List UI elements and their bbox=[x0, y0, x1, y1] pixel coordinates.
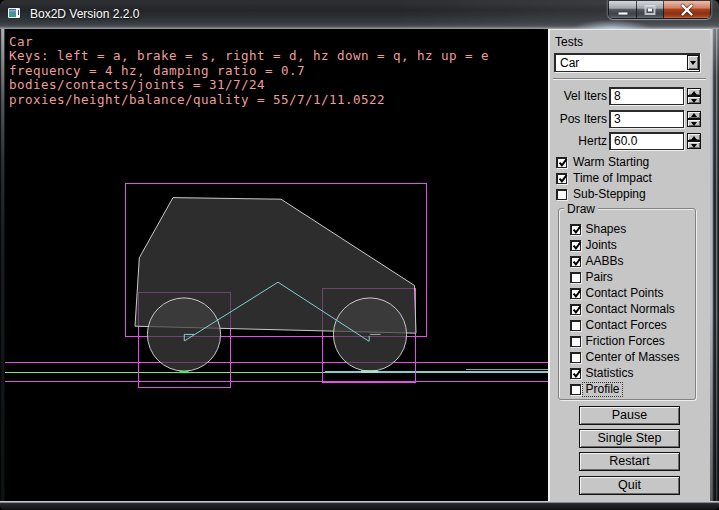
checkbox-label: Time of Impact bbox=[573, 172, 652, 185]
canvas-info-line: Keys: left = a, brake = s, right = d, hz… bbox=[9, 49, 489, 64]
spinner-down-button[interactable] bbox=[687, 96, 701, 104]
app-icon-body bbox=[9, 10, 16, 17]
triangle-up-icon bbox=[691, 91, 697, 95]
glui-panel: Tests Car Vel Iters8Pos Iters3Hertz60.0 … bbox=[548, 29, 710, 501]
chevron-down-icon bbox=[690, 61, 696, 65]
draw-group: Draw ShapesJointsAABBsPairsContact Point… bbox=[558, 208, 696, 400]
check-icon bbox=[557, 157, 569, 169]
minimize-button[interactable] bbox=[609, 1, 637, 18]
minimize-icon bbox=[609, 1, 636, 18]
checkbox-time-of-impact[interactable] bbox=[556, 173, 567, 184]
checkbox-aabbs[interactable] bbox=[570, 256, 581, 267]
spinner-pos-iters bbox=[687, 111, 701, 127]
window-title: Box2D Version 2.2.0 bbox=[30, 6, 139, 22]
checkbox-warm-starting[interactable] bbox=[556, 157, 567, 168]
window-border-right bbox=[710, 29, 719, 501]
checkbox-label: Joints bbox=[586, 239, 617, 252]
checkbox-profile[interactable] bbox=[570, 384, 581, 395]
quit-button[interactable]: Quit bbox=[579, 476, 680, 495]
checkbox-label: Friction Forces bbox=[586, 335, 665, 348]
edit-field-vel-iters[interactable]: 8 bbox=[609, 87, 684, 105]
simulation-canvas[interactable]: CarKeys: left = a, brake = s, right = d,… bbox=[5, 29, 548, 501]
window-border-bottom bbox=[0, 501, 719, 510]
tests-dropdown[interactable]: Car bbox=[554, 53, 700, 72]
check-icon bbox=[571, 368, 583, 380]
edit-field-value: 60.0 bbox=[614, 135, 637, 147]
triangle-down-icon bbox=[691, 99, 697, 103]
caption-buttons bbox=[609, 1, 710, 18]
spinner-hertz bbox=[687, 133, 701, 149]
checkbox-pairs[interactable] bbox=[570, 272, 581, 283]
edit-field-value: 3 bbox=[614, 113, 621, 125]
canvas-info-line: bodies/contacts/joints = 31/7/24 bbox=[9, 78, 265, 93]
spinner-up-button[interactable] bbox=[687, 88, 701, 96]
checkbox-contact-points[interactable] bbox=[570, 288, 581, 299]
checkbox-contact-forces[interactable] bbox=[570, 320, 581, 331]
app-window: Box2D Version 2.2.0 bbox=[0, 0, 719, 510]
single-step-button[interactable]: Single Step bbox=[579, 429, 680, 448]
checkbox-label: Profile bbox=[583, 383, 622, 396]
app-icon-mark bbox=[18, 10, 20, 15]
checkbox-shapes[interactable] bbox=[570, 224, 581, 235]
close-icon bbox=[664, 1, 710, 18]
checkbox-statistics[interactable] bbox=[570, 368, 581, 379]
separator bbox=[553, 78, 706, 80]
spinner-down-button[interactable] bbox=[687, 119, 701, 127]
canvas-info-line: Car bbox=[9, 35, 33, 50]
window-border-left bbox=[0, 29, 5, 501]
check-icon bbox=[571, 224, 583, 236]
canvas-info-line: proxies/height/balance/quality = 55/7/1/… bbox=[9, 93, 385, 108]
triangle-up-icon bbox=[691, 113, 697, 117]
edit-field-hertz[interactable]: 60.0 bbox=[609, 132, 684, 150]
checkbox-label: Warm Starting bbox=[573, 156, 649, 169]
checkbox-friction-forces[interactable] bbox=[570, 336, 581, 347]
spinner-vel-iters bbox=[687, 88, 701, 104]
spinner-down-button[interactable] bbox=[687, 141, 701, 149]
triangle-down-icon bbox=[691, 122, 697, 126]
spinner-up-button[interactable] bbox=[687, 133, 701, 141]
pause-button[interactable]: Pause bbox=[579, 406, 680, 425]
check-icon bbox=[571, 288, 583, 300]
tests-dropdown-value: Car bbox=[560, 57, 579, 69]
triangle-down-icon bbox=[691, 144, 697, 148]
right-wheel bbox=[333, 298, 406, 371]
close-button[interactable] bbox=[664, 1, 710, 18]
tests-label: Tests bbox=[555, 36, 583, 49]
checkbox-label: Center of Masses bbox=[586, 351, 680, 364]
check-icon bbox=[557, 173, 569, 185]
checkbox-label: Contact Points bbox=[586, 287, 664, 300]
edit-field-pos-iters[interactable]: 3 bbox=[609, 110, 684, 128]
check-icon bbox=[571, 240, 583, 252]
checkbox-joints[interactable] bbox=[570, 240, 581, 251]
edit-field-value: 8 bbox=[614, 90, 621, 102]
checkbox-label: Contact Normals bbox=[586, 303, 675, 316]
maximize-icon bbox=[637, 1, 663, 18]
draw-group-title: Draw bbox=[564, 203, 598, 215]
checkbox-center-of-masses[interactable] bbox=[570, 352, 581, 363]
triangle-up-icon bbox=[691, 136, 697, 140]
spinner-label: Pos Iters bbox=[548, 113, 607, 126]
left-contact-point bbox=[180, 371, 189, 373]
app-icon bbox=[8, 8, 20, 18]
checkbox-label: AABBs bbox=[586, 255, 624, 268]
check-icon bbox=[571, 256, 583, 268]
checkbox-label: Pairs bbox=[586, 271, 613, 284]
spinner-label: Hertz bbox=[548, 135, 607, 148]
title-bar[interactable]: Box2D Version 2.2.0 bbox=[0, 0, 719, 29]
right-contact-point bbox=[361, 370, 378, 372]
restart-button[interactable]: Restart bbox=[579, 452, 680, 471]
check-icon bbox=[571, 304, 583, 316]
maximize-button[interactable] bbox=[637, 1, 664, 18]
checkbox-sub-stepping[interactable] bbox=[556, 189, 567, 200]
checkbox-label: Contact Forces bbox=[586, 319, 667, 332]
checkbox-label: Shapes bbox=[586, 223, 627, 236]
checkbox-label: Statistics bbox=[586, 367, 634, 380]
spinner-up-button[interactable] bbox=[687, 111, 701, 119]
checkbox-contact-normals[interactable] bbox=[570, 304, 581, 315]
checkbox-label: Sub-Stepping bbox=[573, 188, 646, 201]
spinner-label: Vel Iters bbox=[548, 90, 607, 103]
canvas-info-line: frequency = 4 hz, damping ratio = 0.7 bbox=[9, 64, 305, 79]
tests-dropdown-arrow-button[interactable] bbox=[687, 55, 699, 70]
